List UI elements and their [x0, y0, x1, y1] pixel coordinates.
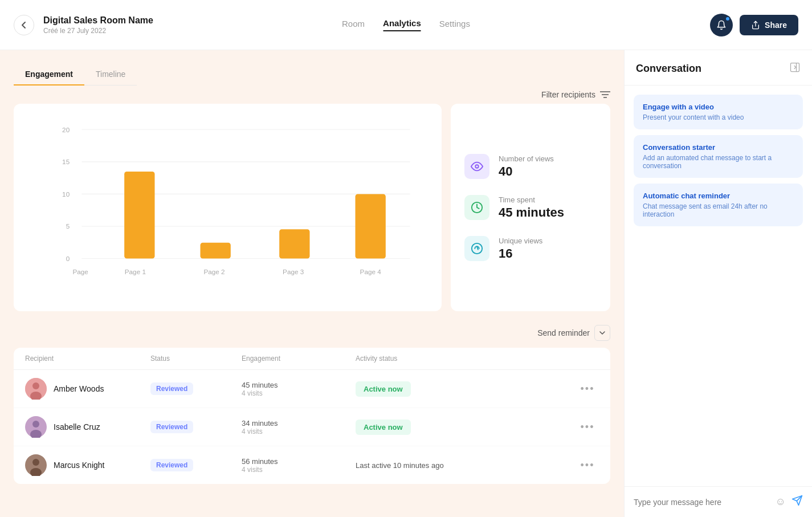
engagement-time-isabelle: 34 minutes	[242, 419, 356, 428]
send-reminder-button[interactable]: Send reminder	[537, 328, 590, 337]
main-layout: Engagement Timeline Filter recipients	[0, 50, 812, 517]
back-button[interactable]	[14, 15, 34, 35]
table-row: Amber Woods Reviewed 45 minutes 4 visits…	[14, 370, 610, 408]
reminder-row: Send reminder	[14, 325, 610, 341]
badge-isabelle: Reviewed	[150, 421, 193, 433]
action-card-reminder[interactable]: Automatic chat reminder Chat message sen…	[634, 184, 803, 226]
more-options-isabelle[interactable]: •••	[576, 421, 599, 433]
col-recipient: Recipient	[25, 355, 150, 363]
share-button[interactable]: Share	[740, 15, 798, 35]
svg-point-28	[32, 382, 39, 389]
engagement-marcus: 56 minutes 4 visits	[242, 457, 356, 474]
stat-views: Number of views 40	[464, 154, 597, 179]
bar-chart-container: 20 15 10 5 0 Page Page 1	[14, 104, 442, 311]
avatar-isabelle	[25, 416, 47, 438]
header-title-block: Digital Sales Room Name Créé le 27 July …	[43, 15, 153, 35]
more-options-amber[interactable]: •••	[576, 383, 599, 395]
panel-header: Conversation	[625, 50, 812, 86]
filter-label: Filter recipients	[541, 90, 595, 99]
activity-text-marcus: Last active 10 minutes ago	[356, 461, 444, 470]
engagement-isabelle: 34 minutes 4 visits	[242, 419, 356, 435]
status-marcus: Reviewed	[150, 459, 242, 471]
nav-analytics[interactable]: Analytics	[383, 18, 421, 31]
svg-text:Page: Page	[73, 268, 88, 275]
stat-time-label: Time spent	[499, 196, 564, 204]
svg-rect-17	[356, 194, 386, 258]
stat-time: Time spent 45 minutes	[464, 195, 597, 220]
chart-section: 20 15 10 5 0 Page Page 1	[14, 104, 610, 311]
action-card-starter[interactable]: Conversation starter Add an automated ch…	[634, 135, 803, 178]
avatar-amber	[25, 378, 47, 400]
recipient-name-amber: Amber Woods	[54, 384, 104, 393]
recipient-name-isabelle: Isabelle Cruz	[54, 422, 100, 431]
tab-engagement[interactable]: Engagement	[14, 64, 84, 86]
recipient-name-marcus: Marcus Knight	[54, 461, 104, 470]
svg-text:Page 3: Page 3	[283, 268, 304, 275]
status-isabelle: Reviewed	[150, 421, 242, 433]
message-input[interactable]	[634, 498, 770, 507]
svg-point-34	[32, 459, 39, 466]
panel-title: Conversation	[636, 63, 701, 75]
nav-room[interactable]: Room	[342, 19, 365, 31]
nav-settings[interactable]: Settings	[439, 19, 470, 31]
recipient-amber: Amber Woods	[25, 378, 150, 400]
svg-rect-16	[279, 229, 309, 258]
unique-icon	[464, 236, 489, 261]
svg-text:Page 1: Page 1	[125, 268, 146, 275]
stat-unique-value: 16	[499, 246, 542, 261]
more-options-marcus[interactable]: •••	[576, 459, 599, 471]
table-row: Isabelle Cruz Reviewed 34 minutes 4 visi…	[14, 408, 610, 446]
emoji-button[interactable]: ☺	[776, 496, 786, 508]
stat-time-value: 45 minutes	[499, 205, 564, 220]
panel-collapse-button[interactable]	[789, 62, 801, 76]
badge-amber: Reviewed	[150, 382, 193, 395]
content-area: Engagement Timeline Filter recipients	[0, 50, 624, 517]
stat-views-value: 40	[499, 164, 554, 179]
status-amber: Reviewed	[150, 382, 242, 395]
views-icon	[464, 154, 489, 179]
table-header: Recipient Status Engagement Activity sta…	[14, 348, 610, 370]
tab-timeline[interactable]: Timeline	[84, 64, 137, 86]
svg-text:5: 5	[66, 222, 70, 230]
header: Digital Sales Room Name Créé le 27 July …	[0, 0, 812, 50]
filter-icon	[600, 91, 610, 99]
stat-views-text: Number of views 40	[499, 154, 554, 179]
reminder-dropdown-button[interactable]	[594, 325, 610, 341]
action-card-reminder-desc: Chat message sent as email 24h after no …	[643, 202, 794, 218]
activity-marcus: Last active 10 minutes ago	[356, 460, 576, 470]
engagement-visits-isabelle: 4 visits	[242, 428, 356, 435]
stat-views-label: Number of views	[499, 154, 554, 163]
col-activity: Activity status	[356, 355, 576, 363]
action-card-video[interactable]: Engage with a video Present your content…	[634, 95, 803, 129]
action-card-video-title: Engage with a video	[643, 103, 794, 111]
bar-chart: 20 15 10 5 0 Page Page 1	[27, 117, 428, 300]
svg-rect-15	[201, 243, 231, 259]
activity-badge-isabelle: Active now	[356, 420, 411, 435]
svg-rect-36	[791, 63, 799, 72]
activity-isabelle: Active now	[356, 420, 576, 435]
recipient-isabelle: Isabelle Cruz	[25, 416, 150, 438]
filter-recipients-button[interactable]: Filter recipients	[541, 90, 610, 99]
page-title: Digital Sales Room Name	[43, 15, 153, 26]
action-card-reminder-title: Automatic chat reminder	[643, 192, 794, 200]
recipients-table: Recipient Status Engagement Activity sta…	[14, 348, 610, 484]
panel-actions-area: Engage with a video Present your content…	[625, 86, 812, 486]
time-icon	[464, 195, 489, 220]
activity-badge-amber: Active now	[356, 381, 411, 397]
page-subtitle: Créé le 27 July 2022	[43, 27, 153, 35]
stat-time-text: Time spent 45 minutes	[499, 196, 564, 220]
engagement-time-marcus: 56 minutes	[242, 457, 356, 466]
svg-text:15: 15	[62, 158, 70, 165]
main-nav: Room Analytics Settings	[342, 18, 470, 31]
svg-text:20: 20	[62, 126, 70, 133]
reminder-label: Send reminder	[537, 328, 590, 337]
recipient-marcus: Marcus Knight	[25, 454, 150, 476]
activity-amber: Active now	[356, 381, 576, 397]
col-engagement: Engagement	[242, 355, 356, 363]
notifications-button[interactable]	[710, 14, 733, 36]
svg-point-25	[472, 243, 482, 254]
stat-unique: Unique views 16	[464, 236, 597, 261]
send-button[interactable]	[791, 495, 803, 509]
svg-text:Page 4: Page 4	[360, 268, 382, 275]
stat-unique-text: Unique views 16	[499, 237, 542, 261]
